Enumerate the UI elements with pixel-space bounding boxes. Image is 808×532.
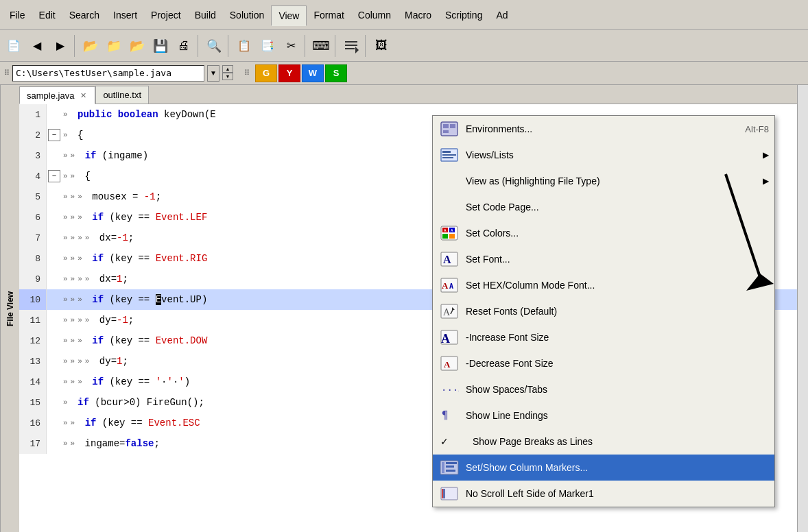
toolbar-list[interactable] [340,35,362,57]
yahoo-search-btn[interactable]: Y [278,64,300,82]
menu-file[interactable]: File [3,5,32,25]
svg-rect-0 [345,41,357,43]
svg-rect-6 [450,124,455,128]
menu-item-set-colors[interactable]: A A Set Colors... [433,220,774,246]
svg-rect-5 [443,124,449,128]
toolbar-cut[interactable]: ✂ [280,35,302,57]
svg-marker-3 [355,47,359,53]
toolbar-back[interactable]: ◀ [26,35,48,57]
fold-icon-2[interactable]: − [48,129,60,141]
decrease-font-icon: A [438,354,460,373]
file-view-sidebar[interactable]: File View [0,85,19,532]
wiki-search-btn[interactable]: W [302,64,324,82]
menu-item-increase-font[interactable]: A -Increase Font Size [433,324,774,350]
line-num-13: 13 [19,351,47,372]
menu-insert[interactable]: Insert [106,5,144,25]
views-lists-icon [438,145,460,165]
view-as-label: View as (Highlighting File Type) [466,176,752,186]
svg-text:A: A [444,228,447,232]
svg-rect-37 [446,470,455,472]
set-font-label: Set Font... [466,254,769,265]
svg-rect-35 [446,462,457,464]
google-search-btn[interactable]: G [255,64,277,82]
toolbar-keyboard[interactable]: ⌨ [310,35,332,57]
menu-item-show-line-endings[interactable]: ¶ Show Line Endings [433,402,774,428]
view-as-arrow: ▶ [763,176,769,186]
svg-text:···→: ···→ [441,385,459,396]
toolbar-open3[interactable]: 📂 [126,35,148,57]
line-num-8: 8 [19,248,47,269]
line-num-4: 4 [19,166,47,186]
menu-item-decrease-font[interactable]: A -Decrease Font Size [433,350,774,376]
menu-item-environments[interactable]: Environments... Alt-F8 [433,116,774,142]
tab-label-sample: sample.java [27,90,74,101]
toolbar-save[interactable]: 💾 [150,35,171,57]
checkmark-page-breaks: ✓ [438,436,451,447]
toolbar-new[interactable]: 📄 [3,35,25,57]
increase-font-icon: A [438,328,460,347]
address-up-arrow[interactable]: ▲ [222,65,233,73]
menu-macro[interactable]: Macro [398,5,438,25]
menu-item-views-lists[interactable]: Views/Lists ▶ [433,142,774,168]
menu-item-column-markers[interactable]: Set/Show Column Markers... [433,455,774,481]
svg-rect-16 [449,234,455,239]
tab-label-outline: outline.txt [103,90,141,100]
tab-outline[interactable]: outline.txt [95,86,149,104]
menu-build[interactable]: Build [188,5,223,25]
toolbar-sep1 [74,35,77,57]
right-scrollbar[interactable] [797,85,808,532]
menu-search[interactable]: Search [62,5,106,25]
tab-sample-java[interactable]: sample.java ✕ [19,86,95,104]
environments-shortcut: Alt-F8 [745,124,769,134]
menu-project[interactable]: Project [144,5,188,25]
line-num-1: 1 [19,104,47,125]
sidebar-label: File View [5,291,15,326]
no-scroll-label: No Scroll Left Side of Marker1 [466,488,769,499]
menu-column[interactable]: Column [351,5,398,25]
address-dropdown-btn[interactable]: ▼ [207,65,219,82]
menu-item-show-page-breaks[interactable]: ✓ Show Page Breaks as Lines [433,428,774,455]
menu-item-reset-fonts[interactable]: A Reset Fonts (Default) [433,298,774,324]
menu-edit[interactable]: Edit [32,5,62,25]
line-num-5: 5 [19,186,47,207]
toolbar-copy[interactable]: 📋 [233,35,255,57]
toolbar-paste[interactable]: 📑 [257,35,278,57]
views-lists-label: Views/Lists [466,149,752,160]
menu-scripting[interactable]: Scripting [438,5,489,25]
menu-item-no-scroll[interactable]: No Scroll Left Side of Marker1 [433,481,774,507]
line-num-14: 14 [19,372,47,392]
menu-solution[interactable]: Solution [223,5,272,25]
toolbar-sep2 [198,35,200,57]
menu-item-set-font[interactable]: A Set Font... [433,246,774,272]
line-num-12: 12 [19,330,47,351]
toolbar-extra1[interactable]: 🖼 [370,35,392,57]
toolbar-find[interactable]: 🔍 [203,35,225,57]
toolbar-forward[interactable]: ▶ [49,35,71,57]
menu-item-show-spaces[interactable]: ···→ Show Spaces/Tabs [433,376,774,402]
tab-close-sample[interactable]: ✕ [78,90,88,100]
menu-format[interactable]: Format [307,5,350,25]
menu-view[interactable]: View [271,5,307,26]
menu-item-set-code-page[interactable]: Set Code Page... [433,194,774,220]
toolbar-open2[interactable]: 📁 [103,35,125,57]
menu-item-set-hex-font[interactable]: A A Set HEX/Column Mode Font... [433,272,774,298]
menu-ad[interactable]: Ad [489,5,514,25]
line-num-6: 6 [19,207,47,228]
svg-rect-1 [345,45,357,46]
svg-rect-34 [442,462,444,473]
toolbar-print[interactable]: 🖨 [173,35,195,57]
menu-item-view-as[interactable]: View as (Highlighting File Type) ▶ [433,168,774,194]
show-line-endings-label: Show Line Endings [466,410,769,421]
set-hex-font-icon: A A [438,276,460,295]
s-search-btn[interactable]: S [325,64,347,82]
line-num-9: 9 [19,269,47,289]
address-input[interactable] [12,65,204,82]
line-num-15: 15 [19,392,47,413]
main-area: File View sample.java ✕ outline.txt 1 » … [0,85,808,532]
line-num-3: 3 [19,145,47,166]
line-num-11: 11 [19,310,47,330]
toolbar-open[interactable]: 📂 [80,35,102,57]
fold-icon-4[interactable]: − [48,170,60,182]
address-down-arrow[interactable]: ▼ [222,73,233,80]
toolbar: 📄 ◀ ▶ 📂 📁 📂 💾 🖨 🔍 📋 📑 ✂ ⌨ 🖼 [0,30,808,62]
